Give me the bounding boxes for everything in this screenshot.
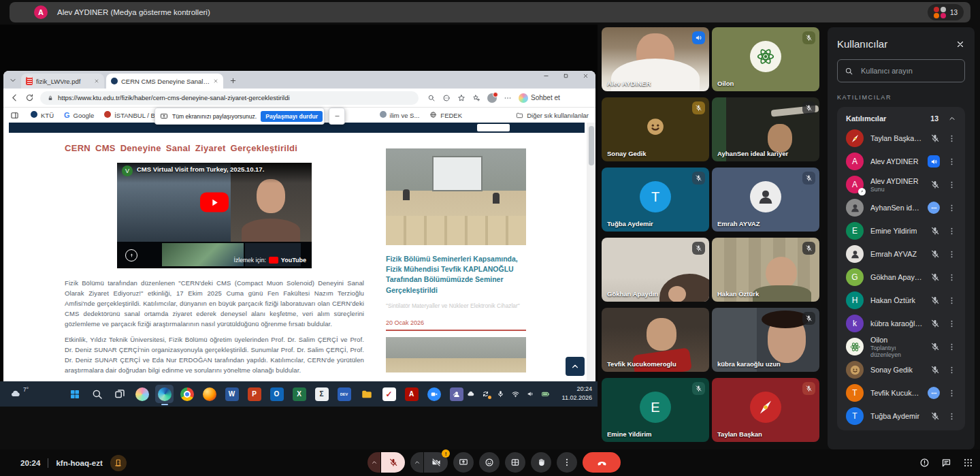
participant-row-emine-yildirim[interactable]: EEmine Yildirim — [837, 219, 965, 242]
more-options-icon[interactable] — [947, 412, 956, 421]
tab-cern-cms[interactable]: CERN CMS Deneyine Sanal Ziyaret — [106, 74, 223, 89]
more-options-icon[interactable] — [947, 180, 956, 189]
mic-toggle-button[interactable] — [381, 452, 405, 473]
outlook-taskbar-icon[interactable]: O — [267, 385, 286, 403]
zoom-app-taskbar-icon[interactable] — [425, 385, 443, 403]
favorite-star-icon[interactable] — [457, 94, 466, 102]
close-window-icon[interactable] — [583, 73, 589, 79]
youtube-embed[interactable]: V CMS Virtual Visit from Turkey, 2025.10… — [117, 163, 312, 268]
zoom-page-icon[interactable] — [427, 94, 436, 102]
video-tile-tevfik-kucukomeroglu[interactable]: Tevfik Kucukomeroglu — [602, 308, 709, 372]
battery-tray-icon[interactable] — [541, 390, 550, 398]
watch-on-youtube[interactable]: İzlemek için: YouTube — [234, 257, 306, 264]
camera-options-button[interactable] — [410, 452, 423, 473]
url-text[interactable]: https://www.ktu.edu.tr/fizik/haber/cern-… — [58, 94, 290, 101]
excel-taskbar-icon[interactable]: X — [290, 385, 308, 403]
chevron-up-tray-icon[interactable] — [451, 390, 460, 398]
participant-count-pill[interactable]: 13 — [928, 4, 964, 20]
bookmark-kt[interactable]: KTÜ — [31, 111, 54, 119]
apps-grid-icon[interactable] — [963, 458, 973, 468]
bookmark-fedek[interactable]: FEDEK — [429, 111, 462, 120]
participant-row-ayhansen-ideal-kariyer[interactable]: AyhanSen ideal kariyer — [837, 196, 965, 219]
vestel-check-taskbar-icon[interactable]: ✓ — [380, 385, 398, 403]
firefox-taskbar-icon[interactable] — [200, 385, 218, 403]
hide-share-bar-button[interactable] — [329, 108, 345, 125]
participant-row-hakan-zt-rk[interactable]: HHakan Öztürk — [837, 289, 965, 312]
chrome-taskbar-icon[interactable] — [178, 385, 196, 403]
page-scrollbar[interactable] — [587, 123, 595, 381]
close-tab-icon[interactable] — [94, 78, 99, 84]
reactions-button[interactable] — [479, 452, 500, 473]
activities-button[interactable] — [505, 452, 525, 473]
chat-icon[interactable] — [941, 458, 951, 468]
copilot-taskbar-icon[interactable] — [133, 385, 151, 403]
search-input[interactable] — [860, 66, 958, 76]
participant-row-alev-aydiner[interactable]: AAlev AYDINER — [837, 150, 965, 173]
scroll-to-top-button[interactable] — [566, 357, 585, 376]
more-options-button[interactable] — [557, 452, 577, 473]
participant-row-oilontoplant-y-d-zenleyen[interactable]: OilonToplantıyı düzenleyen — [837, 335, 965, 358]
participant-row-tevfik-kucukomeroglu[interactable]: TTevfik Kucukomeroglu — [837, 381, 965, 404]
video-tile-taylan-ba-kan[interactable]: Taylan Başkan — [712, 378, 819, 442]
sidebar-article[interactable]: Fizik Bölümü Seminerleri Kapsamında, Fiz… — [386, 148, 526, 372]
close-tab-icon[interactable] — [213, 78, 218, 84]
participants-group-header[interactable]: Katılımcılar 13 — [837, 109, 965, 127]
video-title[interactable]: CMS Virtual Visit from Turkey, 2025.10.1… — [137, 165, 264, 173]
participant-row-emrah-ayvaz[interactable]: Emrah AYVAZ — [837, 242, 965, 266]
meeting-details-icon[interactable] — [919, 458, 930, 468]
bookmark-google[interactable]: GGoogle — [64, 111, 94, 119]
more-options-icon[interactable] — [947, 134, 956, 143]
participant-row-g-khan-apayd-n[interactable]: GGökhan Apaydın — [837, 266, 965, 289]
more-options-icon[interactable] — [947, 296, 956, 305]
more-options-icon[interactable] — [947, 204, 956, 212]
video-tile-alev-aydiner[interactable]: Alev AYDINER — [602, 27, 709, 91]
video-tile-k-bra-karao-lu-uzun[interactable]: kübra karaoğlu uzun — [712, 308, 819, 372]
task-view-taskbar-icon[interactable] — [110, 385, 129, 403]
sidebar-toggle-icon[interactable] — [10, 111, 19, 120]
participant-row-k-bra-karao-lu-uzun[interactable]: kkübra karaoğlu uzun — [837, 312, 965, 335]
video-tile-ayhansen-ideal-kariyer[interactable]: AyhanSen ideal kariyer — [712, 97, 819, 161]
maximize-window-icon[interactable] — [563, 73, 569, 79]
tab-search-icon[interactable] — [9, 76, 17, 84]
origin-taskbar-icon[interactable]: Σ — [312, 385, 331, 403]
more-icon[interactable] — [504, 94, 512, 102]
volume-tray-icon[interactable] — [526, 390, 535, 398]
more-options-icon[interactable] — [947, 319, 956, 328]
dev-cpp-taskbar-icon[interactable]: DEV — [335, 385, 353, 403]
more-options-icon[interactable] — [947, 389, 956, 398]
collapse-icon[interactable] — [948, 114, 956, 123]
camera-toggle-button[interactable]: ! — [424, 452, 448, 473]
more-options-icon[interactable] — [947, 343, 956, 351]
word-taskbar-icon[interactable]: W — [223, 385, 241, 403]
video-tile-g-khan-apayd-n[interactable]: Gökhan Apaydın — [602, 238, 709, 302]
more-options-icon[interactable] — [947, 157, 956, 166]
edge-taskbar-icon[interactable] — [155, 385, 174, 403]
end-call-button[interactable] — [583, 452, 621, 473]
video-tile-emrah-ayvaz[interactable]: Emrah AYVAZ — [712, 168, 819, 232]
video-tile-hakan-zt-rk[interactable]: Hakan Öztürk — [712, 238, 819, 302]
search-taskbar-icon[interactable] — [88, 385, 106, 403]
video-tile-tu-ba-aydemir[interactable]: TTuğba Aydemir — [602, 168, 709, 232]
more-options-icon[interactable] — [947, 250, 956, 259]
site-search-box[interactable] — [477, 124, 510, 131]
profile-avatar[interactable] — [487, 93, 497, 103]
taskbar-clock[interactable]: 20:24 11.02.2026 — [562, 385, 592, 402]
onedrive-tray-icon[interactable] — [466, 390, 475, 398]
video-tile-emine-yildirim[interactable]: EEmine Yildirim — [602, 378, 709, 442]
sidebar-article-title[interactable]: Fizik Bölümü Seminerleri Kapsamında, Fiz… — [386, 254, 526, 296]
bookmark-ilim-ve-s[interactable]: ilim ve S... — [380, 111, 420, 119]
participant-row-sonay-gedik[interactable]: Sonay Gedik — [837, 358, 965, 381]
more-options-icon[interactable] — [947, 366, 956, 375]
room-status-chip[interactable] — [110, 455, 127, 471]
raise-hand-button[interactable] — [531, 452, 551, 473]
stop-sharing-button[interactable]: Paylaşmayı durdur — [261, 111, 323, 122]
refresh-icon[interactable] — [25, 93, 34, 102]
back-icon[interactable] — [10, 93, 19, 102]
mic-options-button[interactable] — [368, 452, 380, 473]
video-share-button[interactable] — [125, 249, 137, 261]
reader-icon[interactable] — [442, 94, 451, 102]
new-tab-button[interactable] — [229, 77, 237, 84]
microphone-tray-icon[interactable] — [496, 390, 505, 398]
sync-tray-icon[interactable] — [481, 390, 490, 398]
video-tile-sonay-gedik[interactable]: Sonay Gedik — [602, 97, 709, 161]
